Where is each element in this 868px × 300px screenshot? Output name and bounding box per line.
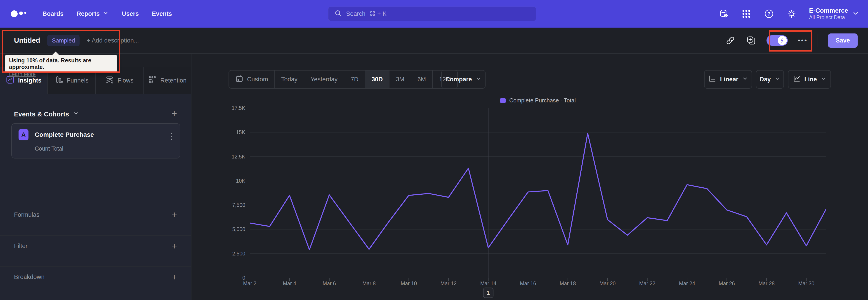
nav-item-users[interactable]: Users	[122, 10, 139, 18]
add-formula-button[interactable]: +	[169, 210, 179, 220]
range-label: 7D	[350, 76, 359, 83]
nav-item-label: Reports	[76, 10, 100, 18]
linear-axis-icon	[708, 74, 716, 84]
events-cohorts-label: Events & Cohorts	[14, 111, 69, 118]
range-6m[interactable]: 6M	[411, 70, 433, 88]
y-axis-tick-label: 5,000	[199, 226, 245, 232]
divider	[817, 34, 818, 47]
chevron-down-icon	[102, 10, 109, 18]
query-builder-panel: Events & Cohorts + A Complete Purchase C…	[0, 94, 191, 300]
scale-dropdown[interactable]: Linear	[704, 70, 752, 89]
query-sidebar: Insights Funnels	[0, 54, 191, 300]
tooltip-text: Using 10% of data. Results are approxima…	[9, 57, 113, 70]
x-axis-tick-label: Mar 12	[430, 280, 467, 287]
x-axis-tick-label: Mar 6	[311, 280, 347, 287]
calendar-icon	[235, 74, 243, 84]
chart-area: Custom Today Yesterday 7D 30D 3M 6M 12M …	[192, 54, 868, 300]
range-label: 30D	[372, 76, 383, 83]
x-axis-tick-label: Mar 20	[590, 280, 626, 287]
event-options-kebab-icon[interactable]	[169, 131, 174, 141]
events-cohorts-header[interactable]: Events & Cohorts	[14, 111, 79, 118]
share-link-icon[interactable]	[725, 35, 736, 46]
chevron-down-icon	[73, 111, 79, 118]
y-axis-tick-label: 15K	[199, 129, 245, 136]
toggle-knob	[778, 36, 787, 45]
chevron-down-icon	[475, 76, 482, 83]
formulas-label: Formulas	[14, 211, 39, 218]
y-axis-tick-label: 2,500	[199, 251, 245, 257]
add-description-field[interactable]: + Add description...	[87, 37, 139, 44]
range-3m[interactable]: 3M	[390, 70, 411, 88]
compare-dropdown[interactable]: Compare	[441, 70, 486, 89]
sampling-toggle[interactable]	[767, 35, 788, 46]
chevron-down-icon	[742, 76, 748, 83]
range-label: Yesterday	[311, 76, 338, 83]
project-selector[interactable]: E-Commerce All Project Data	[809, 7, 859, 21]
y-axis-tick-label: 10K	[199, 178, 245, 184]
search-placeholder: Search	[346, 10, 366, 18]
event-card[interactable]: A Complete Purchase Count Total	[11, 123, 180, 158]
project-name: E-Commerce	[809, 7, 848, 14]
help-icon[interactable]: ?	[764, 8, 774, 19]
nav-item-reports[interactable]: Reports	[76, 10, 109, 18]
pagination-page-1[interactable]: 1	[483, 288, 493, 298]
nav-item-label: Events	[152, 10, 172, 18]
x-axis-tick-label: Mar 22	[629, 280, 665, 287]
more-options-button[interactable]: •••	[798, 37, 808, 44]
line-chart-icon	[793, 74, 801, 84]
data-management-icon[interactable]	[719, 8, 729, 19]
range-30d[interactable]: 30D	[365, 70, 390, 88]
top-nav-left: Boards Reports Users Events	[0, 9, 172, 18]
top-nav-right: ? E-Commerce All Project Data	[719, 0, 868, 28]
nav-item-boards[interactable]: Boards	[42, 10, 64, 18]
range-today[interactable]: Today	[275, 70, 304, 88]
nav-item-events[interactable]: Events	[152, 10, 172, 18]
x-axis-tick-label: Mar 26	[709, 280, 745, 287]
event-metric[interactable]: Count Total	[35, 145, 63, 152]
sampling-tooltip: Using 10% of data. Results are approxima…	[5, 55, 117, 72]
x-axis-tick-label: Mar 28	[748, 280, 784, 287]
chevron-down-icon	[852, 10, 859, 18]
settings-gear-icon[interactable]	[786, 8, 797, 19]
title-group: Untitled Sampled + Add description...	[14, 28, 139, 53]
chart-legend[interactable]: Complete Purchase - Total	[250, 97, 826, 104]
filter-section: Filter +	[0, 241, 191, 253]
search-icon	[334, 9, 342, 18]
event-name: Complete Purchase	[35, 131, 94, 138]
learn-more-link[interactable]: Learn More	[9, 71, 36, 77]
add-event-button[interactable]: +	[169, 109, 179, 119]
interval-dropdown[interactable]: Day	[756, 70, 784, 89]
save-button[interactable]: Save	[828, 33, 858, 48]
range-custom[interactable]: Custom	[229, 70, 275, 88]
search-input[interactable]: Search ⌘ + K	[328, 6, 536, 21]
line-chart-plot[interactable]	[250, 108, 826, 281]
chevron-down-icon	[820, 76, 827, 83]
x-axis-tick-label: Mar 8	[351, 280, 387, 287]
retention-icon	[148, 76, 157, 86]
tab-retention[interactable]: Retention	[144, 67, 191, 94]
add-breakdown-button[interactable]: +	[169, 272, 179, 282]
sampled-badge[interactable]: Sampled	[47, 35, 80, 46]
x-axis-tick-label: Mar 24	[669, 280, 705, 287]
date-range-control: Custom Today Yesterday 7D 30D 3M 6M 12M	[228, 70, 458, 89]
mixpanel-logo-icon[interactable]	[10, 9, 29, 18]
report-title-bar: Untitled Sampled + Add description...	[0, 28, 868, 54]
event-card-row: A Complete Purchase	[19, 129, 94, 140]
add-filter-button[interactable]: +	[169, 241, 179, 251]
range-label: Today	[281, 76, 298, 83]
range-7d[interactable]: 7D	[344, 70, 365, 88]
report-title[interactable]: Untitled	[14, 36, 40, 44]
x-axis-tick-label: Mar 10	[391, 280, 427, 287]
copy-duplicate-icon[interactable]	[746, 35, 756, 46]
search-shortcut: ⌘ + K	[370, 10, 387, 18]
chevron-down-icon	[774, 76, 780, 83]
range-label: Custom	[247, 76, 268, 83]
lightning-bolt-icon	[780, 38, 785, 43]
breakdown-section: Breakdown +	[0, 272, 191, 284]
app-window: Boards Reports Users Events Search ⌘ + K	[0, 0, 868, 300]
nav-item-label: Users	[122, 10, 139, 18]
apps-grid-icon[interactable]	[741, 8, 752, 19]
chart-type-dropdown[interactable]: Line	[788, 70, 831, 89]
range-yesterday[interactable]: Yesterday	[304, 70, 344, 88]
chart-type-label: Line	[804, 76, 817, 83]
